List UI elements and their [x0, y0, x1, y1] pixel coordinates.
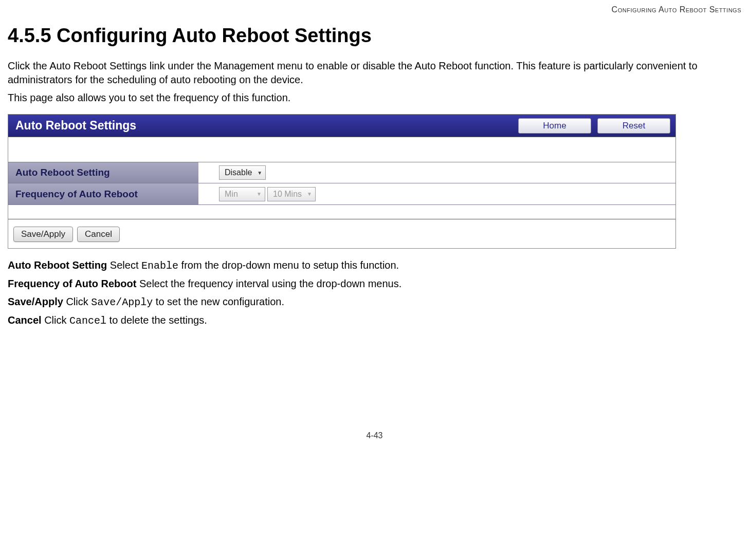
- def-text: to set the new configuration.: [153, 296, 284, 307]
- auto-reboot-setting-select[interactable]: Disable ▼: [219, 165, 266, 180]
- frequency-label: Frequency of Auto Reboot: [8, 189, 198, 200]
- reset-button[interactable]: Reset: [597, 118, 670, 134]
- def-mono: Enable: [141, 260, 178, 272]
- def-text: to delete the settings.: [106, 314, 207, 326]
- frequency-value-select[interactable]: 10 Mins ▼: [267, 187, 316, 201]
- def-auto-reboot-setting: Auto Reboot Setting Select Enable from t…: [8, 258, 741, 273]
- frequency-unit-select[interactable]: Min ▼: [219, 187, 265, 201]
- def-frequency: Frequency of Auto Reboot Select the freq…: [8, 276, 741, 291]
- chevron-down-icon: ▼: [257, 170, 262, 176]
- def-cancel: Cancel Click Cancel to delete the settin…: [8, 313, 741, 328]
- def-text: Click: [42, 314, 69, 326]
- panel-title: Auto Reboot Settings: [8, 115, 143, 137]
- frequency-row: Frequency of Auto Reboot Min ▼ 10 Mins ▼: [8, 183, 675, 205]
- panel-header: Auto Reboot Settings Home Reset: [8, 115, 675, 137]
- chevron-down-icon: ▼: [257, 191, 262, 197]
- def-term: Cancel: [8, 314, 42, 326]
- embedded-screenshot: Auto Reboot Settings Home Reset Auto Reb…: [8, 114, 741, 249]
- def-mono: Cancel: [69, 315, 106, 327]
- def-term: Frequency of Auto Reboot: [8, 278, 136, 289]
- def-save-apply: Save/Apply Click Save/Apply to set the n…: [8, 294, 741, 310]
- definitions: Auto Reboot Setting Select Enable from t…: [8, 258, 741, 328]
- divider: [8, 205, 675, 219]
- intro-paragraph-1: Click the Auto Reboot Settings link unde…: [8, 59, 741, 87]
- running-header: Configuring Auto Reboot Settings: [8, 5, 741, 14]
- section-title: 4.5.5 Configuring Auto Reboot Settings: [8, 25, 741, 47]
- save-apply-button[interactable]: Save/Apply: [13, 227, 73, 242]
- def-mono: Save/Apply: [91, 296, 153, 308]
- cancel-button[interactable]: Cancel: [77, 227, 120, 242]
- setting-row: Auto Reboot Setting Disable ▼: [8, 162, 675, 183]
- chevron-down-icon: ▼: [307, 191, 312, 197]
- def-text: Select the frequency interval using the …: [136, 278, 401, 289]
- def-text: Click: [63, 296, 91, 307]
- intro-paragraph-2: This page also allows you to set the fre…: [8, 91, 741, 105]
- auto-reboot-setting-label: Auto Reboot Setting: [8, 167, 198, 178]
- def-term: Auto Reboot Setting: [8, 259, 107, 271]
- select-value: Min: [225, 190, 238, 199]
- def-text: Select: [107, 259, 141, 271]
- spacer: [8, 137, 675, 162]
- select-value: 10 Mins: [273, 190, 302, 199]
- def-term: Save/Apply: [8, 296, 63, 307]
- def-text: from the drop-down menu to setup this fu…: [178, 259, 399, 271]
- home-button[interactable]: Home: [518, 118, 591, 134]
- page-number: 4-43: [8, 431, 741, 440]
- select-value: Disable: [225, 168, 252, 177]
